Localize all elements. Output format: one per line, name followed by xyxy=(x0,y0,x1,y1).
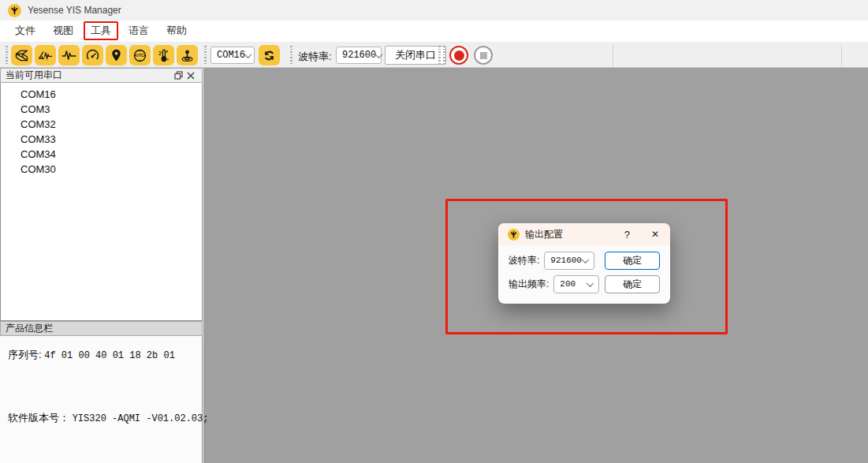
dialog-title: 输出配置 xyxy=(525,228,611,241)
dialog-frequency-label: 输出频率: xyxy=(509,278,549,291)
menu-item-help[interactable]: 帮助 xyxy=(159,21,194,40)
software-version-row: 软件版本号： YIS320 -AQMI -V01.02.03; xyxy=(8,411,208,425)
float-panel-button[interactable] xyxy=(172,70,184,81)
serial-number-row: 序列号: 4f 01 00 40 01 18 2b 01 xyxy=(8,348,175,362)
toolbar: UTC COM16 波特率: 921600 xyxy=(0,41,868,68)
product-info-body: 序列号: 4f 01 00 40 01 18 2b 01 软件版本号： YIS3… xyxy=(0,336,203,463)
cube-3d-icon xyxy=(13,47,30,64)
output-frequency-row: 输出频率: 200 确定 xyxy=(509,274,660,293)
baud-select-value: 921600 xyxy=(342,50,376,61)
port-list-item[interactable]: COM3 xyxy=(1,102,202,117)
dialog-help-button[interactable]: ? xyxy=(617,229,638,241)
toolbar-grip[interactable] xyxy=(443,46,445,65)
toolbar-grip[interactable] xyxy=(204,46,207,65)
product-info-title: 产品信息栏 xyxy=(6,322,197,335)
dialog-frequency-select[interactable]: 200 xyxy=(553,275,599,293)
menu-item-language[interactable]: 语言 xyxy=(121,21,156,40)
port-list-item[interactable]: COM16 xyxy=(1,87,202,102)
record-button[interactable] xyxy=(449,46,468,65)
baud-rate-label: 波特率: xyxy=(298,50,332,64)
menu-item-file[interactable]: 文件 xyxy=(8,21,43,40)
baud-rate-select[interactable]: 921600 xyxy=(336,47,382,64)
close-serial-port-button[interactable]: 关闭串口 xyxy=(385,46,446,65)
angle-wave-icon xyxy=(37,47,54,64)
serial-ports-dock: 当前可用串口 COM16 COM3 COM32 COM33 COM34 COM3… xyxy=(0,68,203,463)
dialog-frequency-ok-button[interactable]: 确定 xyxy=(605,275,660,293)
app-window: Yesense YIS Manager 文件 视图 工具 语言 帮助 xyxy=(0,0,868,463)
toolbar-separator xyxy=(841,44,842,66)
angle-wave-button[interactable] xyxy=(35,45,56,65)
svg-text:UTC: UTC xyxy=(136,53,144,58)
title-bar: Yesense YIS Manager xyxy=(0,0,868,21)
gauge-button[interactable] xyxy=(82,45,103,65)
refresh-ports-button[interactable] xyxy=(259,45,280,65)
gauge-icon xyxy=(84,47,101,64)
ports-panel-header: 当前可用串口 xyxy=(0,68,203,83)
port-list-item[interactable]: COM33 xyxy=(1,132,202,147)
dialog-baud-select[interactable]: 921600 xyxy=(544,252,594,270)
joystick-button[interactable] xyxy=(177,45,198,65)
dialog-body: 波特率: 921600 确定 输出频率: 200 确定 xyxy=(498,245,670,293)
app-logo-icon xyxy=(8,4,21,17)
stop-button[interactable] xyxy=(474,46,493,65)
dialog-baud-label: 波特率: xyxy=(509,254,539,267)
utc-clock-icon: UTC xyxy=(132,47,148,64)
port-select-value: COM16 xyxy=(217,50,245,61)
waveform-button[interactable] xyxy=(58,45,80,65)
dialog-baud-value: 921600 xyxy=(550,256,582,265)
record-icon xyxy=(454,50,464,61)
toolbar-grip[interactable] xyxy=(438,46,441,65)
dialog-title-bar[interactable]: 输出配置 ? ✕ xyxy=(498,223,670,245)
baud-rate-row: 波特率: 921600 确定 xyxy=(509,251,660,270)
product-info-header: 产品信息栏 xyxy=(0,321,203,336)
close-icon xyxy=(187,72,195,80)
port-select[interactable]: COM16 xyxy=(210,47,255,64)
joystick-icon xyxy=(179,47,196,64)
port-list-item[interactable]: COM30 xyxy=(1,162,202,177)
refresh-icon xyxy=(261,47,278,64)
output-config-dialog: 输出配置 ? ✕ 波特率: 921600 确定 输出频率: 200 确 xyxy=(498,223,670,304)
cube-3d-button[interactable] xyxy=(11,45,32,65)
port-list-item[interactable]: COM34 xyxy=(1,147,202,162)
dialog-app-icon xyxy=(508,229,520,241)
dialog-frequency-value: 200 xyxy=(560,279,576,289)
chevron-down-icon xyxy=(375,50,383,58)
location-pin-icon xyxy=(108,47,125,64)
window-title: Yesense YIS Manager xyxy=(28,5,121,16)
port-list-item[interactable]: COM32 xyxy=(1,117,202,132)
toolbar-grip[interactable] xyxy=(290,46,292,65)
menu-bar: 文件 视图 工具 语言 帮助 xyxy=(0,21,868,41)
utc-clock-button[interactable]: UTC xyxy=(129,45,151,65)
waveform-icon xyxy=(61,47,77,64)
chevron-down-icon xyxy=(582,256,590,263)
menu-item-view[interactable]: 视图 xyxy=(46,21,80,40)
serial-number-value: 4f 01 00 40 01 18 2b 01 xyxy=(44,350,175,361)
dialog-close-button[interactable]: ✕ xyxy=(643,229,661,240)
software-version-label: 软件版本号： xyxy=(8,412,69,424)
stop-icon xyxy=(480,52,487,59)
thermometer-icon xyxy=(155,47,172,64)
chevron-down-icon xyxy=(244,50,252,58)
workspace: 当前可用串口 COM16 COM3 COM32 COM33 COM34 COM3… xyxy=(0,68,868,463)
ports-panel-title: 当前可用串口 xyxy=(6,69,172,82)
float-icon xyxy=(174,71,183,80)
toolbar-separator xyxy=(613,44,613,66)
chevron-down-icon xyxy=(587,279,594,287)
thermometer-button[interactable] xyxy=(153,45,174,65)
software-version-value: YIS320 -AQMI -V01.02.03; xyxy=(73,413,209,424)
close-panel-button[interactable] xyxy=(184,70,197,81)
port-list: COM16 COM3 COM32 COM33 COM34 COM30 xyxy=(0,83,203,321)
serial-number-label: 序列号: xyxy=(8,349,42,360)
dialog-baud-ok-button[interactable]: 确定 xyxy=(605,252,660,270)
menu-item-tools[interactable]: 工具 xyxy=(84,21,118,40)
toolbar-grip[interactable] xyxy=(6,46,8,65)
location-button[interactable] xyxy=(106,45,127,65)
